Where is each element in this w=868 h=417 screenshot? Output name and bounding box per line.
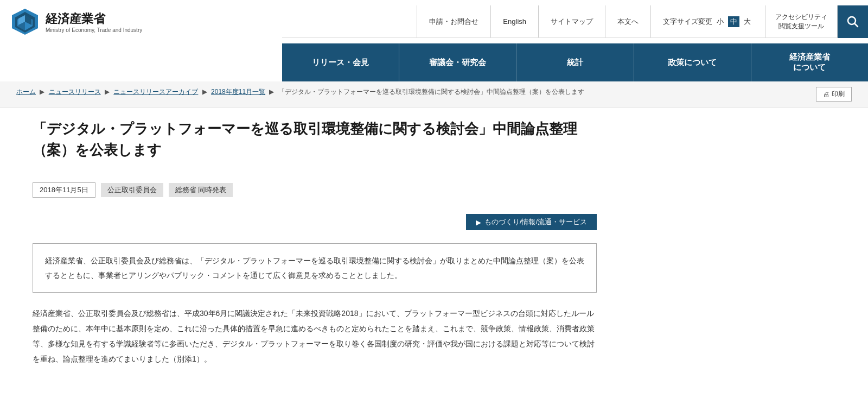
content-area: 「デジタル・プラットフォーマーを巡る取引環境整備に関する検討会」中間論点整理（案… bbox=[16, 108, 613, 388]
category-wrapper: ▶ ものづくり/情報/流通・サービス bbox=[33, 214, 597, 236]
breadcrumb-separator-4: ▶ bbox=[269, 88, 274, 96]
accessibility-line1: アクセシビリティ bbox=[775, 12, 827, 22]
search-button[interactable] bbox=[838, 5, 868, 38]
page-title: 「デジタル・プラットフォーマーを巡る取引環境整備に関する検討会」中間論点整理（案… bbox=[33, 118, 597, 166]
breadcrumb-separator-3: ▶ bbox=[202, 88, 207, 96]
logo-section: 経済産業省 Ministry of Economy, Trade and Ind… bbox=[0, 8, 282, 36]
accessibility-line2: 閲覧支援ツール bbox=[775, 22, 827, 31]
nav-item-releases[interactable]: リリース・会見 bbox=[282, 43, 399, 81]
nav-link-english[interactable]: English bbox=[491, 5, 539, 37]
breadcrumb-november-2018[interactable]: 2018年度11月一覧 bbox=[211, 88, 265, 96]
breadcrumb-news-release[interactable]: ニュースリリース bbox=[49, 88, 101, 96]
nav-item-councils[interactable]: 審議会・研究会 bbox=[399, 43, 516, 81]
font-size-small[interactable]: 小 bbox=[714, 16, 726, 27]
tag-badge-fair-trade: 公正取引委員会 bbox=[101, 183, 163, 197]
nav-item-about[interactable]: 経済産業省 について bbox=[751, 43, 868, 81]
printer-icon: 🖨 bbox=[823, 91, 829, 98]
breadcrumb-archive[interactable]: ニュースリリースアーカイブ bbox=[113, 88, 198, 96]
nav-item-statistics[interactable]: 統計 bbox=[516, 43, 634, 81]
summary-text: 経済産業省、公正取引委員会及び総務省は、「デジタル・プラットフォーマーを巡る取引… bbox=[45, 254, 584, 282]
breadcrumb-separator-2: ▶ bbox=[105, 88, 110, 96]
nav-section: 申請・お問合せ English サイトマップ 本文へ 文字サイズ変更 小 中 大… bbox=[282, 5, 868, 38]
logo-text-japanese: 経済産業省 bbox=[46, 11, 142, 27]
breadcrumb-home[interactable]: ホーム bbox=[16, 88, 36, 96]
nav-link-contact[interactable]: 申請・お問合せ bbox=[417, 5, 491, 37]
category-tag[interactable]: ▶ ものづくり/情報/流通・サービス bbox=[466, 214, 597, 230]
search-icon bbox=[847, 16, 859, 28]
category-arrow-icon: ▶ bbox=[476, 218, 481, 226]
print-label: 印刷 bbox=[832, 90, 845, 99]
utility-nav: 申請・お問合せ English サイトマップ 本文へ 文字サイズ変更 小 中 大… bbox=[282, 5, 868, 38]
font-size-medium[interactable]: 中 bbox=[728, 16, 739, 27]
tag-badge-soumu: 総務省 同時発表 bbox=[169, 183, 233, 197]
print-button[interactable]: 🖨 印刷 bbox=[816, 87, 852, 102]
breadcrumb: ホーム ▶ ニュースリリース ▶ ニュースリリースアーカイブ ▶ 2018年度1… bbox=[16, 87, 816, 97]
logo-text-english: Ministry of Economy, Trade and Industry bbox=[46, 27, 142, 33]
main-nav: リリース・会見 審議会・研究会 統計 政策について 経済産業省 について bbox=[282, 43, 868, 81]
font-size-controls: 文字サイズ変更 小 中 大 bbox=[651, 5, 765, 37]
body-text: 経済産業省、公正取引委員会及び総務省は、平成30年6月に閣議決定された「未来投資… bbox=[33, 306, 597, 367]
date-badge: 2018年11月5日 bbox=[33, 182, 95, 198]
breadcrumb-bar: ホーム ▶ ニュースリリース ▶ ニュースリリースアーカイブ ▶ 2018年度1… bbox=[0, 81, 868, 108]
breadcrumb-current: 「デジタル・プラットフォーマーを巡る取引環境整備に関する検討会」中間論点整理（案… bbox=[278, 88, 584, 96]
breadcrumb-separator-1: ▶ bbox=[40, 88, 44, 96]
meta-row: 2018年11月5日 公正取引委員会 総務省 同時発表 bbox=[33, 182, 597, 198]
nav-link-sitemap[interactable]: サイトマップ bbox=[539, 5, 605, 37]
nav-link-main-text[interactable]: 本文へ bbox=[605, 5, 651, 37]
meti-logo-icon[interactable] bbox=[11, 8, 39, 36]
summary-box: 経済産業省、公正取引委員会及び総務省は、「デジタル・プラットフォーマーを巡る取引… bbox=[33, 243, 597, 293]
nav-item-policy[interactable]: 政策について bbox=[634, 43, 751, 81]
svg-line-7 bbox=[854, 23, 858, 27]
category-label: ものづくり/情報/流通・サービス bbox=[484, 217, 587, 227]
font-size-large[interactable]: 大 bbox=[742, 16, 753, 27]
accessibility-area[interactable]: アクセシビリティ 閲覧支援ツール bbox=[765, 5, 838, 37]
font-size-label: 文字サイズ変更 bbox=[663, 17, 712, 27]
